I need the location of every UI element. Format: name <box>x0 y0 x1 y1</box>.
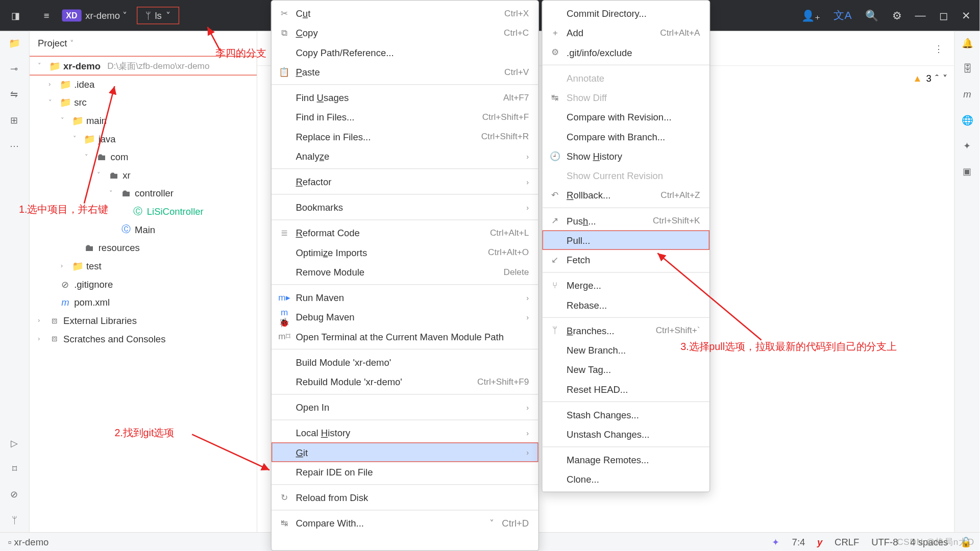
menu-local-history[interactable]: Local History› <box>272 423 538 442</box>
menu-find-usages[interactable]: Find UsagesAlt+F7 <box>272 88 538 107</box>
web-icon[interactable]: 🌐 <box>962 114 973 125</box>
database-icon[interactable]: 🗄 <box>963 63 972 74</box>
menu-cut[interactable]: ✂CutCtrl+X <box>272 4 538 23</box>
status-line-sep[interactable]: CRLF <box>835 536 859 547</box>
status-lang-icon[interactable]: y <box>817 536 822 547</box>
menu-compare-with[interactable]: ↹Compare With...˅ Ctrl+D <box>272 513 538 533</box>
menu-optimize[interactable]: Optimize ImportsCtrl+Alt+O <box>272 242 538 262</box>
git-new-branch[interactable]: New Branch... <box>543 340 709 360</box>
reformat-icon: ≣ <box>278 228 290 238</box>
structure-tool-icon[interactable]: ⊞ <box>10 114 18 125</box>
bookmark-panel-icon[interactable]: ▣ <box>963 166 971 177</box>
menu-git[interactable]: Git› <box>272 442 538 462</box>
collab-icon[interactable]: 👤₊ <box>801 9 820 22</box>
vcs-tool-icon[interactable]: ᛘ <box>12 514 17 525</box>
tree-root[interactable]: ˅📁xr-demoD:\桌面\zfb-demo\xr-demo <box>30 57 257 75</box>
menu-reformat[interactable]: ≣Reformat CodeCtrl+Alt+L <box>272 223 538 242</box>
translate-icon[interactable]: 文A <box>834 9 851 23</box>
git-add[interactable]: +AddCtrl+Alt+A <box>543 23 709 42</box>
git-branches[interactable]: ᛘBranches...Ctrl+Shift+` <box>543 320 709 340</box>
git-stash[interactable]: Stash Changes... <box>543 405 709 424</box>
ai-icon[interactable]: ✦ <box>963 140 971 151</box>
push-icon: ↗ <box>549 215 561 226</box>
branch-selector[interactable]: ᛘ ls ˅ <box>137 7 179 24</box>
minimize-icon[interactable]: — <box>915 9 926 21</box>
tree-node-idea[interactable]: ›📁.idea <box>30 75 257 93</box>
menu-analyze[interactable]: Analyze› <box>272 146 538 165</box>
git-merge[interactable]: ⑂Merge... <box>543 276 709 295</box>
more-tool-icon[interactable]: ⋯ <box>10 140 19 151</box>
git-manage-remotes[interactable]: Manage Remotes... <box>543 450 709 469</box>
git-show-history[interactable]: 🕘Show History <box>543 146 709 165</box>
tree-node-src[interactable]: ˅📁src <box>30 93 257 111</box>
status-encoding[interactable]: UTF-8 <box>871 536 898 547</box>
maven-panel-icon[interactable]: m <box>963 89 971 99</box>
sidebar-title[interactable]: Project ˅ <box>30 31 257 56</box>
copy-icon: ⧉ <box>278 27 290 38</box>
menu-open-terminal[interactable]: m⌑Open Terminal at the Current Maven Mod… <box>272 327 538 346</box>
git-rebase[interactable]: Rebase... <box>543 295 709 314</box>
terminal-tool-icon[interactable]: ⌑ <box>12 463 17 474</box>
menu-repair-ide[interactable]: Repair IDE on File <box>272 462 538 482</box>
menu-paste[interactable]: 📋PasteCtrl+V <box>272 62 538 81</box>
tree-node-controller[interactable]: ˅🖿controller <box>30 184 257 202</box>
menu-reload-disk[interactable]: ↻Reload from Disk <box>272 488 538 507</box>
tree-external-libs[interactable]: ›⧇External Libraries <box>30 311 257 330</box>
tree-file-gitignore[interactable]: ⊘.gitignore <box>30 275 257 293</box>
prev-highlight-icon[interactable]: ˆ <box>936 73 939 84</box>
git-fetch[interactable]: ↙Fetch <box>543 250 709 269</box>
tree-file-main[interactable]: ⒸMain <box>30 220 257 239</box>
status-caret-pos[interactable]: 7:4 <box>792 536 805 547</box>
next-highlight-icon[interactable]: ˅ <box>943 73 947 84</box>
git-exclude[interactable]: ⚙.git/info/exclude <box>543 42 709 62</box>
app-icon[interactable]: ◨ <box>0 0 31 31</box>
menu-find-files[interactable]: Find in Files...Ctrl+Shift+F <box>272 107 538 127</box>
git-reset-head[interactable]: Reset HEAD... <box>543 379 709 398</box>
menu-refactor[interactable]: Refactor› <box>272 172 538 191</box>
git-unstash[interactable]: Unstash Changes... <box>543 424 709 444</box>
tree-node-com[interactable]: ˅🖿com <box>30 147 257 166</box>
menu-rebuild-module[interactable]: Rebuild Module 'xr-demo'Ctrl+Shift+F9 <box>272 372 538 391</box>
git-push[interactable]: ↗Push...Ctrl+Shift+K <box>543 211 709 230</box>
status-ai-icon[interactable]: ✦ <box>772 536 780 547</box>
git-compare-branch[interactable]: Compare with Branch... <box>543 127 709 146</box>
git-commit-dir[interactable]: Commit Directory... <box>543 4 709 23</box>
commit-tool-icon[interactable]: ⊸ <box>10 63 18 74</box>
git-compare-revision[interactable]: Compare with Revision... <box>543 107 709 127</box>
menu-copy-path[interactable]: Copy Path/Reference... <box>272 42 538 62</box>
menu-run-maven[interactable]: m▸Run Maven› <box>272 288 538 307</box>
menu-copy[interactable]: ⧉CopyCtrl+C <box>272 23 538 42</box>
tree-file-lisi[interactable]: ⒸLiSiController <box>30 202 257 220</box>
menu-remove-module[interactable]: Remove ModuleDelete <box>272 262 538 281</box>
menu-build-module[interactable]: Build Module 'xr-demo' <box>272 352 538 371</box>
tree-node-resources[interactable]: 🖿resources <box>30 238 257 257</box>
hamburger-icon[interactable]: ≡ <box>31 0 62 31</box>
more-options-icon[interactable]: ⋮ <box>934 43 943 54</box>
menu-open-in[interactable]: Open In› <box>272 397 538 417</box>
menu-bookmarks[interactable]: Bookmarks› <box>272 197 538 217</box>
menu-debug-maven[interactable]: m🐞Debug Maven› <box>272 307 538 327</box>
git-tool-icon[interactable]: ⇋ <box>10 89 18 99</box>
run-tool-icon[interactable]: ▷ <box>11 438 18 448</box>
git-clone[interactable]: Clone... <box>543 469 709 489</box>
project-tool-icon[interactable]: 📁 <box>9 38 20 48</box>
tree-node-java[interactable]: ˅📁java <box>30 129 257 147</box>
tree-node-test[interactable]: ›📁test <box>30 257 257 275</box>
status-module[interactable]: ▫ xr-demo <box>8 536 48 547</box>
tree-file-pom[interactable]: mpom.xml <box>30 293 257 311</box>
tree-scratches[interactable]: ›⧇Scratches and Consoles <box>30 329 257 347</box>
project-name[interactable]: xr-demo ˅ <box>85 10 127 21</box>
menu-replace-files[interactable]: Replace in Files...Ctrl+Shift+R <box>272 127 538 146</box>
git-new-tag[interactable]: New Tag... <box>543 360 709 379</box>
notifications-icon[interactable]: 🔔 <box>962 38 973 48</box>
close-icon[interactable]: ✕ <box>962 9 970 22</box>
inspection-widget[interactable]: ▲3 ˆ˅ <box>913 73 947 84</box>
git-pull[interactable]: Pull... <box>543 230 709 249</box>
settings-icon[interactable]: ⚙ <box>892 9 901 22</box>
maximize-icon[interactable]: ◻ <box>939 9 948 22</box>
tree-node-main[interactable]: ˅📁main <box>30 111 257 130</box>
search-icon[interactable]: 🔍 <box>865 9 878 22</box>
git-rollback[interactable]: ↶Rollback...Ctrl+Alt+Z <box>543 185 709 205</box>
problems-tool-icon[interactable]: ⊘ <box>10 489 18 499</box>
tree-node-xr[interactable]: ˅🖿xr <box>30 166 257 184</box>
